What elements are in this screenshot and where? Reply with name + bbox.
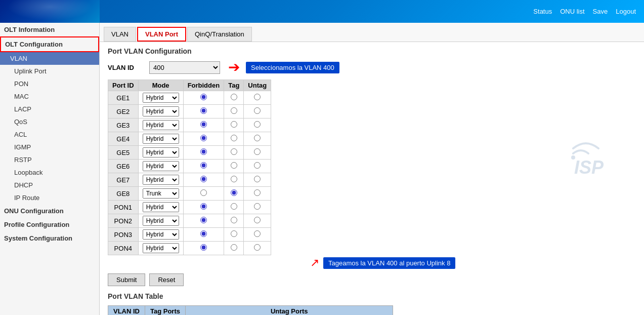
tag-cell[interactable] (224, 187, 244, 201)
untag-cell[interactable] (244, 119, 271, 132)
forbidden-cell[interactable] (183, 201, 224, 214)
mode-select[interactable]: HybridTrunkAccess (143, 216, 179, 226)
mode-cell[interactable]: HybridTrunkAccess (138, 119, 183, 132)
untag-radio[interactable] (254, 217, 261, 223)
mode-cell[interactable]: HybridTrunkAccess (138, 242, 183, 255)
untag-cell[interactable] (244, 228, 271, 242)
sidebar-item-pon[interactable]: PON (0, 77, 99, 90)
sidebar-item-mac[interactable]: MAC (0, 90, 99, 103)
tab-vlan[interactable]: VLAN (104, 27, 136, 42)
tag-radio[interactable] (231, 244, 237, 251)
untag-cell[interactable] (244, 214, 271, 228)
tab-qinq[interactable]: QinQ/Translation (187, 27, 252, 42)
mode-select[interactable]: HybridTrunkAccess (143, 188, 179, 199)
sidebar-item-vlan[interactable]: VLAN (0, 52, 99, 65)
logout-link[interactable]: Logout (616, 8, 636, 15)
untag-radio[interactable] (254, 148, 261, 155)
tag-cell[interactable] (224, 132, 244, 146)
mode-cell[interactable]: HybridTrunkAccess (138, 160, 183, 173)
tag-cell[interactable] (224, 214, 244, 228)
submit-button[interactable]: Submit (108, 273, 145, 286)
tag-cell[interactable] (224, 201, 244, 214)
forbidden-radio[interactable] (200, 244, 207, 251)
mode-select[interactable]: HybridTrunkAccess (143, 175, 179, 185)
tag-cell[interactable] (224, 91, 244, 105)
tag-radio[interactable] (231, 217, 237, 223)
sidebar-item-dhcp[interactable]: DHCP (0, 179, 99, 191)
untag-cell[interactable] (244, 132, 271, 146)
forbidden-cell[interactable] (183, 132, 224, 146)
mode-cell[interactable]: HybridTrunkAccess (138, 201, 183, 214)
tag-radio[interactable] (231, 107, 237, 114)
forbidden-radio[interactable] (200, 217, 207, 223)
sidebar-item-olt-configuration[interactable]: OLT Configuration (0, 36, 99, 52)
mode-cell[interactable]: HybridTrunkAccess (138, 228, 183, 242)
sidebar-item-onu-configuration[interactable]: ONU Configuration (0, 204, 99, 218)
mode-select[interactable]: HybridTrunkAccess (143, 243, 179, 253)
untag-radio[interactable] (254, 189, 261, 196)
save-link[interactable]: Save (593, 8, 608, 15)
untag-cell[interactable] (244, 201, 271, 214)
reset-button[interactable]: Reset (149, 273, 184, 286)
mode-select[interactable]: HybridTrunkAccess (143, 134, 179, 144)
mode-select[interactable]: HybridTrunkAccess (143, 147, 179, 158)
vlan-id-select[interactable]: 1 400 500 (149, 61, 220, 74)
forbidden-cell[interactable] (183, 173, 224, 187)
forbidden-radio[interactable] (200, 162, 207, 169)
sidebar-item-igmp[interactable]: IGMP (0, 141, 99, 153)
tag-radio[interactable] (231, 162, 237, 169)
mode-select[interactable]: HybridTrunkAccess (143, 229, 179, 240)
tag-cell[interactable] (224, 105, 244, 119)
forbidden-radio[interactable] (200, 148, 207, 155)
forbidden-cell[interactable] (183, 146, 224, 160)
sidebar-item-loopback[interactable]: Loopback (0, 166, 99, 179)
tag-cell[interactable] (224, 146, 244, 160)
mode-cell[interactable]: HybridTrunkAccess (138, 187, 183, 201)
forbidden-cell[interactable] (183, 160, 224, 173)
untag-cell[interactable] (244, 105, 271, 119)
tag-cell[interactable] (224, 160, 244, 173)
untag-cell[interactable] (244, 160, 271, 173)
mode-cell[interactable]: HybridTrunkAccess (138, 173, 183, 187)
forbidden-cell[interactable] (183, 105, 224, 119)
sidebar-item-lacp[interactable]: LACP (0, 103, 99, 115)
mode-select[interactable]: HybridTrunkAccess (143, 106, 179, 116)
sidebar-item-ip-route[interactable]: IP Route (0, 191, 99, 204)
mode-select[interactable]: HybridTrunkAccess (143, 120, 179, 130)
forbidden-cell[interactable] (183, 91, 224, 105)
forbidden-radio[interactable] (200, 135, 207, 141)
untag-cell[interactable] (244, 146, 271, 160)
sidebar-item-uplink-port[interactable]: Uplink Port (0, 65, 99, 77)
onu-list-link[interactable]: ONU list (560, 8, 584, 15)
forbidden-cell[interactable] (183, 228, 224, 242)
forbidden-radio[interactable] (200, 121, 207, 128)
mode-cell[interactable]: HybridTrunkAccess (138, 132, 183, 146)
tag-radio[interactable] (231, 230, 237, 237)
untag-radio[interactable] (254, 107, 261, 114)
untag-radio[interactable] (254, 162, 261, 169)
mode-cell[interactable]: HybridTrunkAccess (138, 146, 183, 160)
forbidden-cell[interactable] (183, 242, 224, 255)
untag-cell[interactable] (244, 187, 271, 201)
sidebar-item-acl[interactable]: ACL (0, 128, 99, 141)
untag-radio[interactable] (254, 203, 261, 210)
sidebar-item-olt-information[interactable]: OLT Information (0, 23, 99, 36)
tag-radio[interactable] (231, 189, 237, 196)
mode-cell[interactable]: HybridTrunkAccess (138, 214, 183, 228)
tag-cell[interactable] (224, 228, 244, 242)
tag-radio[interactable] (231, 135, 237, 141)
untag-cell[interactable] (244, 91, 271, 105)
sidebar-item-qos[interactable]: QoS (0, 115, 99, 128)
forbidden-radio[interactable] (200, 189, 207, 196)
untag-radio[interactable] (254, 94, 261, 100)
mode-select[interactable]: HybridTrunkAccess (143, 202, 179, 212)
mode-cell[interactable]: HybridTrunkAccess (138, 91, 183, 105)
forbidden-radio[interactable] (200, 94, 207, 100)
forbidden-cell[interactable] (183, 214, 224, 228)
mode-cell[interactable]: HybridTrunkAccess (138, 105, 183, 119)
forbidden-radio[interactable] (200, 176, 207, 182)
untag-radio[interactable] (254, 135, 261, 141)
forbidden-cell[interactable] (183, 187, 224, 201)
tab-vlan-port[interactable]: VLAN Port (137, 27, 186, 42)
untag-radio[interactable] (254, 244, 261, 251)
